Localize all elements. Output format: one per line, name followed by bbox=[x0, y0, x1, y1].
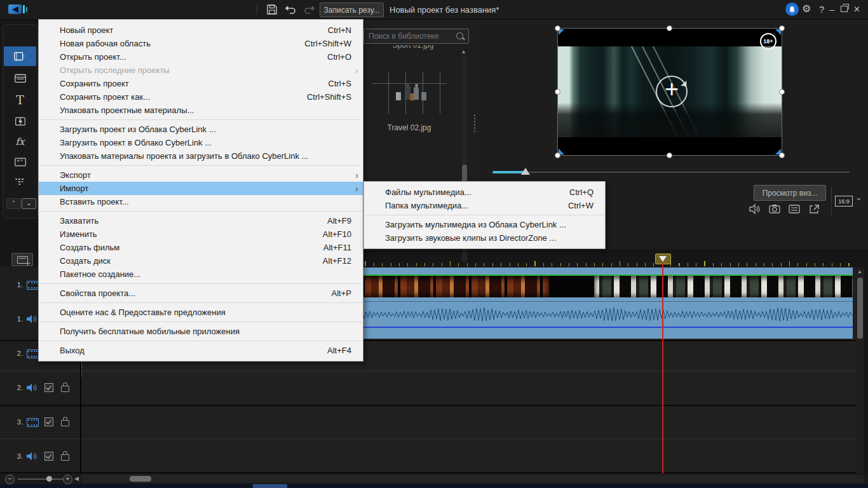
import-submenu-item[interactable]: Папка мультимедиа... Ctrl+W bbox=[364, 199, 605, 212]
track-enable-checkbox[interactable] bbox=[44, 452, 53, 461]
zoom-out-button[interactable]: − bbox=[5, 475, 15, 484]
horizontal-scroll-thumb[interactable] bbox=[130, 476, 151, 482]
file-menu-item[interactable]: Упаковать материалы проекта и загрузить … bbox=[39, 149, 363, 163]
file-menu-item[interactable]: Получить бесплатные мобильные приложения bbox=[39, 325, 363, 338]
menu-item-label: Свойства проекта... bbox=[60, 287, 135, 300]
file-menu-item[interactable]: Открыть последние проекты bbox=[39, 64, 363, 77]
file-menu-item[interactable]: Создать фильм Alt+F11 bbox=[39, 241, 363, 254]
sidebar-item-transition-room[interactable] bbox=[4, 111, 36, 131]
details-list-icon[interactable] bbox=[788, 203, 801, 215]
file-menu-item[interactable]: Оцените нас & Предоставьте предложения bbox=[39, 306, 363, 319]
undo-icon[interactable] bbox=[284, 4, 297, 15]
file-menu-item[interactable]: Изменить Alt+F10 bbox=[39, 227, 363, 241]
selection-handle-r[interactable] bbox=[779, 89, 785, 95]
timeline-horizontal-scrollbar[interactable] bbox=[81, 475, 864, 483]
app-logo-icon bbox=[8, 3, 30, 16]
selection-handle-t[interactable] bbox=[667, 25, 672, 31]
menu-item-shortcut: Ctrl+Q bbox=[569, 186, 593, 199]
sidebar-item-more-rooms[interactable] bbox=[4, 172, 36, 192]
record-result-button[interactable]: Записать резу... bbox=[320, 3, 384, 17]
library-scroll-up-icon[interactable]: ▲ bbox=[461, 48, 466, 55]
rotate-control[interactable]: + bbox=[656, 76, 688, 107]
track-enable-checkbox[interactable] bbox=[44, 417, 53, 426]
taskbar-active-app bbox=[253, 484, 287, 488]
search-input[interactable] bbox=[364, 29, 458, 43]
file-menu-item[interactable]: Сохранить проект как... Ctrl+Shift+S bbox=[39, 90, 363, 104]
menu-item-shortcut: Ctrl+Shift+W bbox=[304, 37, 351, 50]
notification-bell-icon[interactable] bbox=[785, 3, 799, 16]
file-menu-item[interactable]: Открыть проект... Ctrl+O bbox=[39, 50, 363, 64]
file-menu-item[interactable]: Сохранить проект Ctrl+S bbox=[39, 77, 363, 90]
track-manager-button[interactable] bbox=[11, 253, 33, 266]
selection-handle-tl[interactable] bbox=[555, 25, 560, 31]
import-submenu-item[interactable]: Загрузить звуковые клипы из DirectorZone… bbox=[364, 231, 605, 245]
video-thumbnails-black-gap bbox=[550, 276, 594, 299]
help-icon[interactable]: ? bbox=[819, 3, 824, 16]
file-menu-item[interactable]: Создать диск Alt+F12 bbox=[39, 254, 363, 268]
zoom-in-button[interactable]: + bbox=[63, 475, 72, 484]
chevron-down-icon[interactable]: ⌄ bbox=[855, 193, 862, 202]
preview-seek-handle[interactable] bbox=[521, 168, 530, 175]
close-icon[interactable]: ✕ bbox=[853, 3, 860, 16]
vertical-scroll-thumb[interactable] bbox=[857, 278, 863, 339]
preview-seekbar[interactable] bbox=[492, 172, 850, 173]
scroll-left-icon[interactable]: ◀ bbox=[74, 475, 79, 482]
timeline-vertical-scrollbar[interactable]: ▲ bbox=[856, 268, 864, 473]
redo-icon[interactable] bbox=[303, 4, 316, 15]
library-thumbnail-travel[interactable] bbox=[372, 72, 447, 114]
track-lock-icon[interactable] bbox=[61, 454, 69, 461]
selection-handle-bl[interactable] bbox=[555, 152, 560, 158]
file-menu-item[interactable]: Загрузить проект из Облака CyberLink ... bbox=[39, 123, 363, 136]
undock-window-icon[interactable] bbox=[808, 203, 820, 215]
file-menu-item[interactable]: Экспорт bbox=[39, 168, 363, 182]
preview-quality-button[interactable]: Просмотр виз... bbox=[754, 185, 826, 201]
file-menu-item[interactable]: Захватить Alt+F9 bbox=[39, 214, 363, 227]
track-enable-checkbox[interactable] bbox=[44, 383, 53, 392]
svg-text:*: * bbox=[17, 159, 19, 165]
restore-window-icon[interactable] bbox=[841, 6, 848, 12]
save-icon[interactable] bbox=[266, 4, 278, 15]
sidebar-item-particle-room[interactable]: * * bbox=[4, 152, 36, 172]
import-submenu: Файлы мультимедиа... Ctrl+Q Папка мульти… bbox=[363, 181, 606, 249]
sidebar-item-title-room[interactable] bbox=[4, 68, 36, 88]
menu-item-label: Сохранить проект как... bbox=[60, 90, 150, 104]
sidebar-item-effect-room[interactable]: fx bbox=[4, 132, 36, 151]
file-menu-item[interactable]: Новая рабочая область Ctrl+Shift+W bbox=[39, 37, 363, 50]
file-menu-item[interactable]: Импорт bbox=[39, 182, 363, 195]
file-menu-item[interactable]: Новый проект Ctrl+N bbox=[39, 24, 363, 37]
import-submenu-item[interactable]: Файлы мультимедиа... Ctrl+Q bbox=[364, 186, 605, 199]
sidebar-scroll-down-button[interactable]: ⌄ bbox=[22, 198, 36, 209]
snapshot-camera-icon[interactable] bbox=[768, 203, 781, 215]
zoom-slider-handle[interactable] bbox=[46, 476, 52, 482]
sidebar-scroll-up-button[interactable]: ⌃ bbox=[6, 198, 21, 209]
minimize-icon[interactable]: – bbox=[829, 3, 834, 16]
selection-handle-tr[interactable] bbox=[779, 25, 785, 31]
panel-splitter-handle[interactable] bbox=[473, 114, 476, 133]
powerdirector-window: 1. 1. bbox=[0, 0, 868, 488]
playhead-line[interactable] bbox=[662, 263, 663, 473]
file-menu-item[interactable]: Свойства проекта... Alt+P bbox=[39, 287, 363, 300]
speaker-icon[interactable] bbox=[749, 203, 761, 215]
scroll-up-icon[interactable]: ▲ bbox=[857, 269, 862, 274]
track-lock-icon[interactable] bbox=[61, 386, 69, 392]
aspect-ratio-badge[interactable]: 16:9 bbox=[835, 196, 853, 207]
selection-handle-br[interactable] bbox=[779, 152, 785, 158]
preview-video-frame[interactable]: 18+ + bbox=[558, 29, 782, 155]
file-menu-item[interactable]: Загрузить проект в Облако CyberLink ... bbox=[39, 136, 363, 149]
sidebar-item-text-room[interactable]: T bbox=[4, 90, 36, 109]
selection-handle-l[interactable] bbox=[555, 89, 560, 95]
zoom-slider[interactable] bbox=[18, 478, 64, 480]
track-manager-icon bbox=[17, 256, 28, 264]
file-menu-item[interactable]: Пакетное создание... bbox=[39, 268, 363, 281]
file-menu-item[interactable]: Выход Alt+F4 bbox=[39, 344, 363, 357]
menu-item-label: Изменить bbox=[60, 227, 97, 241]
settings-gear-icon[interactable]: ⚙ bbox=[802, 3, 811, 15]
track-lock-icon[interactable] bbox=[61, 420, 69, 426]
menu-item-label: Загрузить проект из Облака CyberLink ... bbox=[60, 123, 216, 136]
file-menu-item[interactable]: Вставить проект... bbox=[39, 195, 363, 208]
file-menu-item[interactable]: Упаковать проектные материалы... bbox=[39, 104, 363, 117]
import-submenu-item[interactable]: Загрузить мультимедиа из Облака CyberLin… bbox=[364, 218, 605, 231]
selection-handle-b[interactable] bbox=[667, 152, 672, 158]
menu-item-label: Выход bbox=[60, 344, 85, 357]
sidebar-item-media-room[interactable]: ♪ bbox=[4, 46, 36, 66]
